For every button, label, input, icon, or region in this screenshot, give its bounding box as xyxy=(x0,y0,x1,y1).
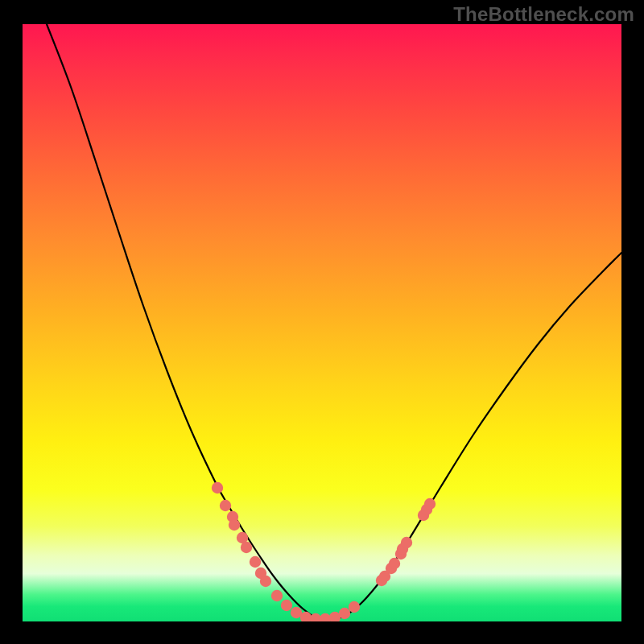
highlight-dot xyxy=(212,482,223,493)
highlight-dot xyxy=(260,576,271,587)
highlight-dot xyxy=(424,498,436,510)
highlight-dot xyxy=(349,601,360,613)
highlight-dot xyxy=(241,542,252,553)
plot-svg xyxy=(23,24,621,621)
highlight-dot xyxy=(250,556,261,568)
bottleneck-curve xyxy=(47,24,621,620)
highlight-dot xyxy=(271,590,283,601)
highlight-dots xyxy=(212,482,436,621)
highlight-dot xyxy=(229,519,240,530)
highlight-dot xyxy=(220,500,231,511)
highlight-dot xyxy=(281,600,292,611)
plot-area xyxy=(23,24,621,621)
highlight-dot xyxy=(389,558,400,569)
watermark-text: TheBottleneck.com xyxy=(453,3,634,26)
highlight-dot xyxy=(401,537,412,548)
chart-frame: TheBottleneck.com xyxy=(0,0,644,644)
highlight-dot xyxy=(339,608,350,619)
